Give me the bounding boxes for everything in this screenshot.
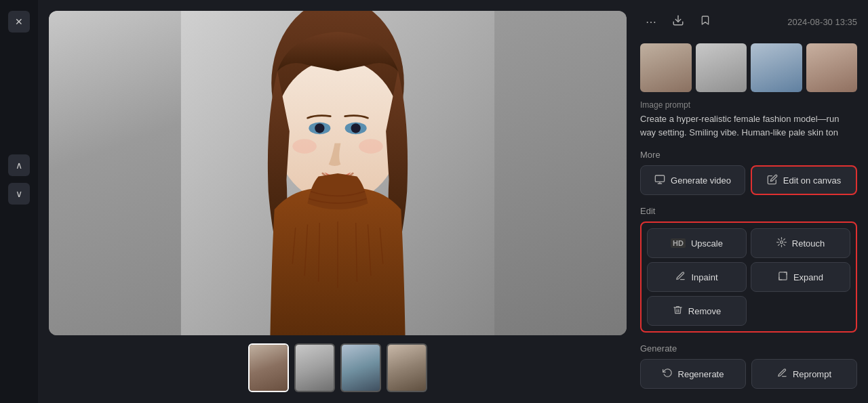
- reprompt-button[interactable]: Reprompt: [751, 359, 857, 389]
- right-thumb-4[interactable]: [806, 43, 858, 92]
- more-options-button[interactable]: ⋯: [640, 11, 662, 33]
- download-button[interactable]: [667, 11, 689, 33]
- expand-label: Expand: [793, 272, 823, 282]
- svg-rect-18: [655, 175, 664, 182]
- remove-icon: [673, 305, 683, 317]
- inpaint-icon: [675, 271, 686, 283]
- generate-video-icon: [654, 174, 665, 187]
- right-thumb-1[interactable]: [640, 43, 692, 92]
- edit-grid: HD Upscale Retouch: [647, 228, 850, 326]
- edit-grid-wrapper: HD Upscale Retouch: [640, 221, 857, 333]
- download-icon: [672, 14, 684, 29]
- generate-video-button[interactable]: Generate video: [640, 165, 745, 195]
- thumb-image-3: [342, 345, 380, 391]
- left-sidebar: ✕ ∧ ∨: [0, 0, 38, 403]
- svg-rect-20: [779, 272, 787, 280]
- inpaint-button[interactable]: Inpaint: [647, 262, 747, 292]
- svg-point-19: [780, 241, 783, 244]
- thumbnail-4[interactable]: [387, 343, 427, 392]
- expand-icon: [778, 271, 788, 283]
- svg-point-15: [292, 139, 317, 153]
- thumb-image-4: [388, 345, 426, 391]
- upscale-icon: HD: [671, 238, 686, 248]
- more-section-title: More: [640, 150, 857, 160]
- chevron-down-icon: ∨: [16, 188, 22, 199]
- close-button[interactable]: ✕: [8, 11, 30, 33]
- edit-on-canvas-label: Edit on canvas: [783, 175, 841, 186]
- toolbar: ⋯ 2024-08-30 13:35: [640, 11, 857, 35]
- right-thumb-3[interactable]: [751, 43, 802, 92]
- image-prompt-label: Image prompt: [640, 100, 857, 110]
- more-buttons: Generate video Edit on canvas: [640, 165, 857, 195]
- upscale-button[interactable]: HD Upscale: [647, 228, 747, 258]
- nav-down-button[interactable]: ∨: [8, 183, 30, 205]
- model-svg: [49, 11, 627, 335]
- more-options-icon: ⋯: [646, 16, 656, 28]
- retouch-label: Retouch: [792, 238, 825, 249]
- nav-up-button[interactable]: ∧: [8, 154, 30, 176]
- regenerate-label: Regenerate: [678, 369, 724, 379]
- chevron-up-icon: ∧: [16, 160, 22, 171]
- regenerate-icon: [663, 368, 673, 380]
- svg-point-6: [315, 123, 324, 133]
- thumbnail-2[interactable]: [294, 343, 335, 392]
- image-area: [49, 11, 627, 392]
- main-image: [49, 11, 627, 335]
- edit-section: Edit HD Upscale Retouch: [640, 206, 857, 333]
- thumb-image-2: [296, 345, 334, 391]
- thumbnail-strip: [49, 343, 627, 392]
- edit-on-canvas-icon: [767, 174, 778, 187]
- reprompt-label: Reprompt: [793, 369, 831, 379]
- upscale-label: Upscale: [691, 238, 723, 249]
- svg-point-7: [351, 123, 361, 133]
- right-panel: ⋯ 2024-08-30 13:35: [640, 11, 857, 392]
- timestamp: 2024-08-30 13:35: [787, 17, 857, 27]
- reprompt-icon: [777, 368, 787, 380]
- remove-button[interactable]: Remove: [647, 296, 747, 326]
- svg-point-16: [359, 139, 383, 153]
- regenerate-button[interactable]: Regenerate: [640, 359, 746, 389]
- bookmark-icon: [700, 14, 711, 29]
- main-image-container: [49, 11, 627, 335]
- bookmark-button[interactable]: [694, 11, 716, 33]
- generate-video-label: Generate video: [671, 175, 731, 186]
- thumbnail-1[interactable]: [248, 343, 289, 392]
- expand-button[interactable]: Expand: [751, 262, 850, 292]
- generate-buttons: Regenerate Reprompt: [640, 359, 857, 389]
- retouch-icon: [776, 237, 787, 249]
- right-thumb-2[interactable]: [696, 43, 747, 92]
- generate-section-title: Generate: [640, 343, 857, 354]
- thumb-image-1: [250, 345, 288, 391]
- inpaint-label: Inpaint: [691, 272, 717, 282]
- image-prompt-text: Create a hyper-realistic female fashion …: [640, 112, 857, 139]
- thumbnail-3[interactable]: [340, 343, 381, 392]
- more-section: More Generate video: [640, 150, 857, 195]
- remove-label: Remove: [688, 306, 721, 316]
- close-icon: ✕: [15, 16, 23, 27]
- generate-section: Generate Regenerate: [640, 343, 857, 389]
- image-prompt-section: Image prompt Create a hyper-realistic fe…: [640, 100, 857, 139]
- edit-on-canvas-button[interactable]: Edit on canvas: [751, 165, 857, 195]
- right-panel-thumbnails: [640, 43, 857, 92]
- retouch-button[interactable]: Retouch: [751, 228, 850, 258]
- edit-section-title: Edit: [640, 206, 857, 216]
- main-content: ⋯ 2024-08-30 13:35: [38, 0, 868, 403]
